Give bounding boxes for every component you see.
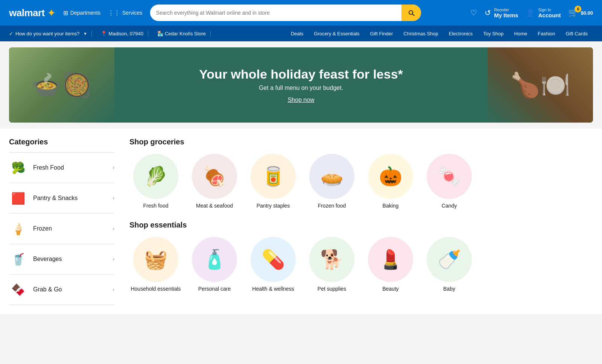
- sidebar-item-icon: 🍦: [9, 220, 27, 238]
- product-circle: 🐕: [309, 237, 354, 282]
- location-button[interactable]: 📍 Madison, 07940: [96, 31, 148, 36]
- main-header: walmart ✦ ⊞ Departments ⋮⋮ Services ♡ ↺ …: [0, 0, 602, 26]
- nav-link-christmas-shop[interactable]: Christmas Shop: [398, 31, 443, 36]
- signin-line1: Sign In: [538, 8, 561, 12]
- product-circle: 🍬: [427, 154, 472, 199]
- cart-button[interactable]: 🛒 0 $0.00: [568, 8, 593, 18]
- sidebar-item-left: 🥦 Fresh Food: [9, 159, 64, 177]
- sidebar-item-label: Frozen: [33, 225, 52, 232]
- essential-item-household-essentials[interactable]: 🧺 Household essentials: [129, 237, 182, 292]
- nav-link-gift-cards[interactable]: Gift Cards: [560, 31, 593, 36]
- search-button[interactable]: [401, 5, 421, 21]
- sidebar-item-beverages[interactable]: 🥤 Beverages ›: [9, 244, 114, 274]
- sidebar-item-pantry---snacks[interactable]: 🟥 Pantry & Snacks ›: [9, 183, 114, 213]
- nav-link-home[interactable]: Home: [509, 31, 533, 36]
- product-circle: 🥬: [133, 154, 178, 199]
- reorder-button[interactable]: ↺ Reorder My Items: [485, 8, 518, 18]
- nav-links: DealsGrocery & EssentialsGift FinderChri…: [286, 31, 593, 36]
- product-label: Pet supplies: [318, 286, 346, 292]
- essential-item-beauty[interactable]: 💄 Beauty: [364, 237, 417, 292]
- banner-subtitle: Get a full menu on your budget.: [199, 85, 403, 91]
- sidebar-item-label: Beverages: [33, 256, 62, 262]
- product-label: Frozen food: [318, 203, 346, 209]
- nav-link-deals[interactable]: Deals: [286, 31, 309, 36]
- product-circle: 🧺: [133, 237, 178, 282]
- delivery-button[interactable]: ✓ How do you want your items? ▼: [9, 31, 92, 36]
- store-icon: 🏪: [157, 31, 163, 36]
- essential-item-health---wellness[interactable]: 💊 Health & wellness: [247, 237, 299, 292]
- product-circle: 🥫: [251, 154, 296, 199]
- sub-header: ✓ How do you want your items? ▼ 📍 Madiso…: [0, 26, 602, 41]
- product-label: Health & wellness: [252, 286, 294, 292]
- product-circle: 🎃: [368, 154, 413, 199]
- food-left-icon: 🍲🥘: [32, 71, 92, 99]
- heart-icon: ♡: [470, 8, 477, 17]
- nav-link-grocery---essentials[interactable]: Grocery & Essentials: [309, 31, 365, 36]
- product-icon: 🍬: [438, 165, 461, 187]
- nav-link-toy-shop[interactable]: Toy Shop: [478, 31, 509, 36]
- cart-icon-wrap: 🛒 0: [568, 8, 578, 18]
- product-label: Personal care: [198, 286, 231, 292]
- services-button[interactable]: ⋮⋮ Services: [108, 9, 143, 17]
- sidebar-item-fresh-food[interactable]: 🥦 Fresh Food ›: [9, 152, 114, 183]
- walmart-logo[interactable]: walmart ✦: [9, 7, 56, 19]
- product-circle: 💊: [251, 237, 296, 282]
- sidebar: Categories 🥦 Fresh Food › 🟥 Pantry & Sna…: [9, 138, 114, 305]
- search-input[interactable]: [150, 10, 401, 16]
- product-icon: 🥬: [144, 165, 167, 187]
- essential-item-baby[interactable]: 🍼 Baby: [423, 237, 476, 292]
- product-label: Candy: [442, 203, 457, 209]
- reorder-line1: Reorder: [494, 8, 518, 12]
- location-pin-icon: 📍: [101, 31, 107, 36]
- sidebar-item-icon: 🥤: [9, 250, 27, 268]
- grocery-item-fresh-food[interactable]: 🥬 Fresh food: [129, 154, 182, 209]
- product-icon: 🍖: [203, 165, 226, 187]
- promo-banner[interactable]: 🍲🥘 Your whole holiday feast for less* Ge…: [9, 47, 593, 123]
- grocery-item-candy[interactable]: 🍬 Candy: [423, 154, 476, 209]
- reorder-line2: My Items: [494, 12, 518, 18]
- reorder-text: Reorder My Items: [494, 8, 518, 18]
- logo-text: walmart: [9, 7, 45, 19]
- departments-label: Departments: [70, 10, 100, 16]
- grocery-item-baking[interactable]: 🎃 Baking: [364, 154, 417, 209]
- signin-text: Sign In Account: [538, 8, 561, 18]
- sidebar-item-frozen[interactable]: 🍦 Frozen ›: [9, 213, 114, 244]
- food-right-icon: 🍗🍽️: [510, 71, 570, 99]
- banner-content: Your whole holiday feast for less* Get a…: [199, 67, 403, 103]
- product-label: Pantry staples: [257, 203, 290, 209]
- sidebar-item-label: Grab & Go: [33, 286, 62, 293]
- product-label: Beauty: [382, 286, 399, 292]
- signin-button[interactable]: 👤 Sign In Account: [526, 8, 561, 18]
- sidebar-item-grab---go[interactable]: 🍫 Grab & Go ›: [9, 274, 114, 305]
- grid-icon: ⊞: [63, 9, 68, 17]
- essential-item-personal-care[interactable]: 🧴 Personal care: [188, 237, 241, 292]
- sidebar-item-label: Fresh Food: [33, 164, 64, 171]
- product-icon: 🧴: [203, 249, 226, 270]
- essentials-grid: 🧺 Household essentials 🧴 Personal care 💊…: [129, 237, 593, 292]
- search-bar: [150, 5, 421, 21]
- store-button[interactable]: 🏪 Cedar Knolls Store: [153, 31, 211, 36]
- sidebar-items: 🥦 Fresh Food › 🟥 Pantry & Snacks › 🍦 Fro…: [9, 152, 114, 305]
- banner-food-left: 🍲🥘: [9, 47, 114, 123]
- nav-link-electronics[interactable]: Electronics: [444, 31, 478, 36]
- groceries-title: Shop groceries: [129, 138, 593, 146]
- sidebar-item-left: 🍫 Grab & Go: [9, 281, 62, 299]
- essential-item-pet-supplies[interactable]: 🐕 Pet supplies: [306, 237, 358, 292]
- grocery-item-meat---seafood[interactable]: 🍖 Meat & seafood: [188, 154, 241, 209]
- product-icon: 💊: [261, 249, 285, 270]
- departments-button[interactable]: ⊞ Departments: [63, 9, 100, 17]
- product-label: Fresh food: [143, 203, 169, 209]
- banner-cta-link[interactable]: Shop now: [287, 97, 314, 103]
- wishlist-button[interactable]: ♡: [470, 8, 477, 17]
- product-icon: 🥧: [320, 165, 344, 187]
- product-circle: 🥧: [309, 154, 354, 199]
- main-content: Categories 🥦 Fresh Food › 🟥 Pantry & Sna…: [0, 129, 602, 314]
- product-icon: 🐕: [320, 249, 344, 270]
- nav-link-gift-finder[interactable]: Gift Finder: [365, 31, 398, 36]
- grocery-item-frozen-food[interactable]: 🥧 Frozen food: [306, 154, 358, 209]
- sidebar-title: Categories: [9, 138, 114, 146]
- product-circle: 🍖: [192, 154, 237, 199]
- grocery-item-pantry-staples[interactable]: 🥫 Pantry staples: [247, 154, 299, 209]
- delivery-label: How do you want your items?: [15, 31, 80, 36]
- nav-link-fashion[interactable]: Fashion: [532, 31, 560, 36]
